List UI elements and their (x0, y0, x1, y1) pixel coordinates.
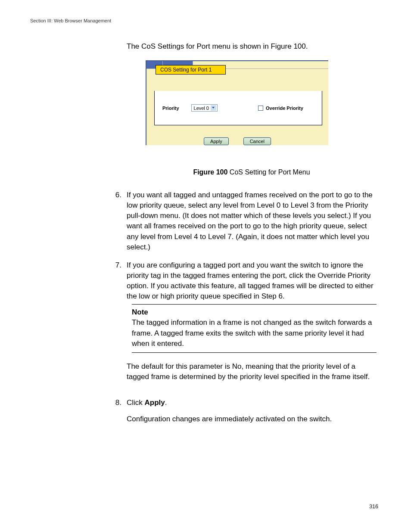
override-label: Override Priority (266, 106, 303, 111)
step-6: 6. If you want all tagged and untagged f… (127, 190, 377, 252)
panel-title: COS Setting for Port 1 (156, 65, 226, 75)
cancel-button[interactable]: Cancel (243, 137, 271, 145)
priority-value: Level 0 (194, 106, 209, 111)
after-note: The default for this parameter is No, me… (127, 361, 377, 382)
note-block: Note The tagged information in a frame i… (132, 304, 377, 353)
apply-button[interactable]: Apply (204, 137, 229, 145)
priority-select[interactable]: Level 0 (191, 104, 218, 112)
chevron-down-icon (211, 105, 216, 111)
figure-caption: Figure 100 CoS Setting for Port Menu (127, 168, 377, 176)
override-checkbox[interactable] (258, 106, 263, 111)
priority-label: Priority (162, 106, 179, 111)
step-8-result: Configuration changes are immediately ac… (127, 414, 332, 424)
page-number: 316 (369, 504, 378, 510)
page-header: Section III: Web Browser Management (30, 18, 381, 23)
main-content: The CoS Settings for Port menu is shown … (127, 42, 377, 424)
step-7: 7. If you are configuring a tagged port … (127, 260, 377, 390)
step-8: 8. Click Apply. Configuration changes ar… (127, 398, 377, 424)
intro-text: The CoS Settings for Port menu is shown … (127, 42, 377, 51)
figure-screenshot: COS Setting for Port 1 Priority Level 0 … (146, 60, 328, 145)
form-panel: Priority Level 0 Override Priority (154, 91, 322, 125)
